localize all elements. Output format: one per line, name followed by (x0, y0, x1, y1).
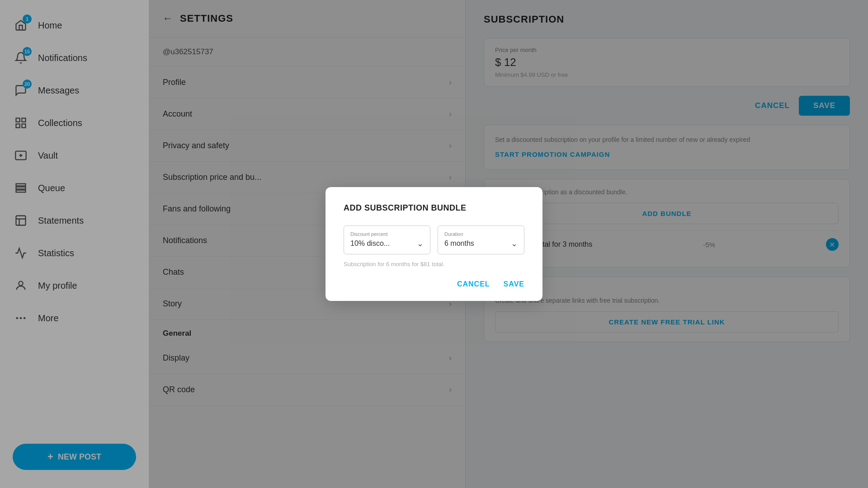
dialog-title: ADD SUBSCRIPTION BUNDLE (344, 203, 524, 213)
dialog-save-button[interactable]: SAVE (504, 280, 524, 288)
duration-chevron-icon[interactable]: ⌄ (511, 239, 518, 249)
add-bundle-dialog: ADD SUBSCRIPTION BUNDLE Discount percent… (326, 187, 542, 301)
dialog-fields: Discount percent 10% disco... ⌄ Duration… (344, 225, 524, 254)
dialog-hint: Subscription for 6 months for $81 total. (344, 261, 524, 267)
discount-chevron-icon[interactable]: ⌄ (417, 239, 424, 249)
duration-row: 6 months ⌄ (444, 239, 518, 249)
duration-label: Duration (444, 231, 518, 237)
discount-row: 10% disco... ⌄ (350, 239, 424, 249)
discount-label: Discount percent (350, 231, 424, 237)
discount-value: 10% disco... (350, 239, 390, 248)
discount-percent-field[interactable]: Discount percent 10% disco... ⌄ (344, 225, 430, 254)
duration-field[interactable]: Duration 6 months ⌄ (438, 225, 524, 254)
dialog-cancel-button[interactable]: CANCEL (457, 280, 490, 288)
dialog-actions: CANCEL SAVE (344, 280, 524, 288)
dialog-overlay: ADD SUBSCRIPTION BUNDLE Discount percent… (0, 0, 868, 488)
duration-value: 6 months (444, 239, 474, 248)
